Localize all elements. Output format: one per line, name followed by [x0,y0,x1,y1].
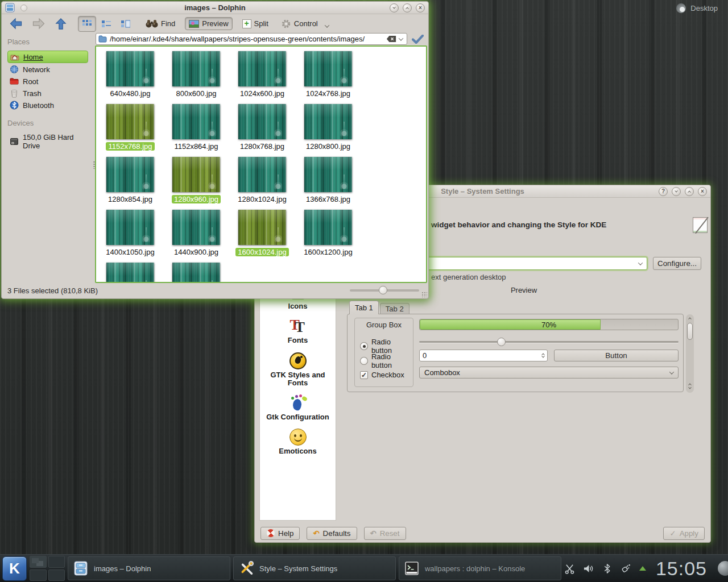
radio-icon[interactable] [360,357,368,365]
minimize-button[interactable] [390,3,399,13]
file-thumbnail[interactable] [106,104,154,139]
clear-location-icon[interactable] [386,35,396,43]
place-home[interactable]: Home [7,51,88,63]
resize-grip[interactable] [421,292,427,297]
control-button[interactable]: Control [277,16,322,31]
kde-menu-button[interactable]: K [2,556,27,581]
help-window-button[interactable]: ? [659,187,668,196]
pager-desktop-3[interactable] [30,569,47,581]
desktop-toolbox[interactable]: Desktop [676,3,718,13]
file-thumbnail[interactable] [238,104,286,139]
panel-cashew-icon[interactable] [718,561,728,576]
details-view-button[interactable] [97,16,115,32]
task-konsole[interactable]: wallpapers : dolphin – Konsole [399,556,561,580]
klipper-scissors-icon[interactable] [564,563,576,574]
reset-button[interactable]: ↶ Reset [364,527,406,540]
bluetooth-tray-icon[interactable] [602,563,613,574]
file-thumbnail[interactable] [106,263,154,283]
file-thumbnail[interactable] [106,210,154,245]
sidebar-item-fonts[interactable]: T T Fonts [264,318,332,344]
maximize-button[interactable] [685,187,694,196]
task-system-settings[interactable]: Style – System Settings [233,556,396,580]
file-thumbnail[interactable] [172,263,220,283]
help-button[interactable]: Help [260,527,300,540]
preview-button[interactable]: Button [554,350,679,361]
file-thumbnail[interactable] [304,157,352,192]
minimize-button[interactable] [672,187,681,196]
clock[interactable]: 15:05 [656,558,707,580]
plasma-cashew-icon[interactable] [676,3,686,13]
folder-view[interactable]: 640x480.jpg800x600.jpg1024x600.jpg1024x7… [95,45,427,283]
task-dolphin[interactable]: images – Dolphin [68,556,230,580]
file-thumbnail[interactable] [238,157,286,192]
accept-location-icon[interactable] [412,35,424,44]
sidebar-item-emoticons[interactable]: Emoticons [264,429,332,455]
file-item[interactable]: 1440x900.jpg [163,210,229,263]
split-button[interactable]: + Split [238,17,272,31]
columns-view-button[interactable] [117,16,135,32]
file-item[interactable]: 1152x864.jpg [163,104,229,157]
file-item[interactable]: 1366x768.jpg [295,157,361,210]
file-thumbnail[interactable] [304,104,352,139]
forward-button[interactable] [28,15,49,32]
back-button[interactable] [5,15,27,32]
zoom-slider-knob[interactable] [379,286,387,294]
file-thumbnail[interactable] [172,104,220,139]
file-item[interactable]: 1920x1200.jpg [163,263,229,283]
preview-scrollbar[interactable] [686,314,694,393]
file-thumbnail[interactable] [172,210,220,245]
location-dropdown-icon[interactable] [399,36,403,40]
place-network[interactable]: Network [7,64,88,75]
scrollbar-thumb[interactable] [687,323,693,340]
file-item[interactable]: 1680x1050.jpg [97,263,163,283]
spinbox-arrows[interactable] [542,353,544,358]
pager-desktop-4[interactable] [48,569,65,581]
file-item[interactable]: 1600x1200.jpg [295,210,361,263]
tab-1[interactable]: Tab 1 [349,301,379,314]
device-notifier-icon[interactable] [621,563,632,574]
icons-view-button[interactable] [78,16,96,32]
pager-desktop-1[interactable] [30,556,47,568]
file-thumbnail[interactable] [238,51,286,86]
device-harddrive[interactable]: 150,0 GiB Hard Drive [7,132,88,151]
pager-desktop-2[interactable] [48,556,65,568]
apply-button[interactable]: ✓ Apply [663,527,705,540]
file-thumbnail[interactable] [238,210,286,245]
file-item[interactable]: 1280x960.jpg [163,157,229,210]
maximize-button[interactable] [403,3,412,13]
file-item[interactable]: 1280x800.jpg [295,104,361,157]
file-item[interactable]: 1280x768.jpg [229,104,295,157]
radio-icon[interactable] [360,342,368,350]
file-item[interactable]: 1152x768.jpg [97,104,163,157]
checkbox-row[interactable]: ✓ Checkbox [360,371,404,379]
sidebar-item-gtk-config[interactable]: Gtk Configuration [264,394,332,421]
preview-combobox[interactable]: Combobox [419,367,679,379]
slider-knob[interactable] [497,338,506,346]
preview-toggle-button[interactable]: Preview [185,17,232,30]
file-thumbnail[interactable] [172,51,220,86]
file-thumbnail[interactable] [304,210,352,245]
defaults-button[interactable]: ↶ Defaults [307,527,357,540]
place-bluetooth[interactable]: Bluetooth [7,99,88,111]
checkbox-icon[interactable]: ✓ [360,371,368,379]
desktop-pager[interactable] [30,556,65,581]
preview-slider[interactable] [419,338,679,346]
radio-button-2[interactable]: Radio button [360,352,413,369]
file-thumbnail[interactable] [106,157,154,192]
file-thumbnail[interactable] [106,51,154,86]
close-button[interactable]: × [698,187,707,196]
find-button[interactable]: Find [142,17,179,30]
file-thumbnail[interactable] [304,51,352,86]
file-thumbnail[interactable] [172,157,220,192]
place-root[interactable]: Root [7,76,88,87]
toolbar-overflow-chevron-icon[interactable] [325,23,329,27]
location-bar[interactable]: /home/einar/.kde4/share/wallpapers/strip… [96,33,407,45]
preview-spinbox[interactable]: 0 [419,350,548,361]
file-item[interactable]: 1600x1024.jpg [229,210,295,263]
zoom-slider[interactable] [350,289,419,292]
configure-button[interactable]: Configure... [653,257,701,270]
place-trash[interactable]: Trash [7,88,88,99]
file-item[interactable]: 800x600.jpg [163,51,229,104]
tray-expand-arrow-icon[interactable] [639,566,646,571]
dolphin-titlebar[interactable]: images – Dolphin × [2,2,428,14]
